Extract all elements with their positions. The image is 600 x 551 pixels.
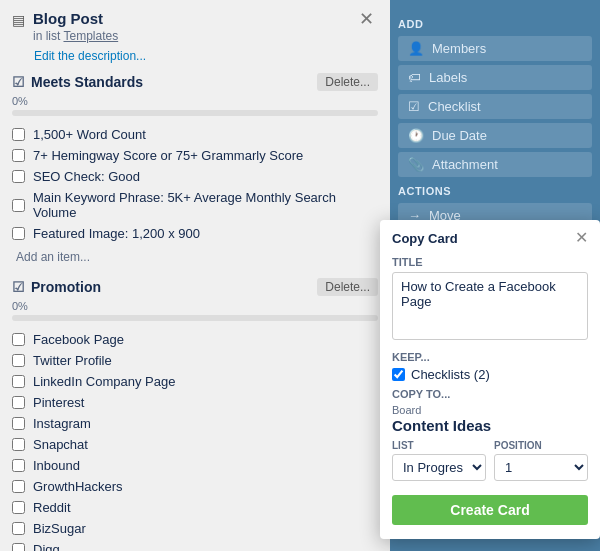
checklist-check-icon: ☑ (12, 74, 25, 90)
checklist-item-label: 7+ Hemingway Score or 75+ Grammarly Scor… (33, 148, 303, 163)
checklist-item: Twitter Profile (12, 350, 378, 371)
title-label: Title (392, 256, 588, 268)
actions-section-title: Actions (398, 185, 592, 197)
checklist-item: Reddit (12, 497, 378, 518)
checklist-checkbox-5[interactable] (12, 438, 25, 451)
checklist-icon: ☑ (408, 99, 420, 114)
attachment-icon: 📎 (408, 157, 424, 172)
position-label: Position (494, 440, 588, 451)
sidebar-add-checklist[interactable]: ☑Checklist (398, 94, 592, 119)
checklist-item: BizSugar (12, 518, 378, 539)
card-header: ▤ Blog Post in list Templates ✕ (12, 10, 378, 43)
popup-title: Copy Card (392, 231, 458, 246)
list-col: List In Progress (392, 440, 486, 481)
checklist-checkbox-2[interactable] (12, 375, 25, 388)
sidebar-add-labels[interactable]: 🏷Labels (398, 65, 592, 90)
checklist-item: GrowthHackers (12, 476, 378, 497)
checklist-item: 1,500+ Word Count (12, 124, 378, 145)
checklist-item: Inbound (12, 455, 378, 476)
position-col: Position 1 (494, 440, 588, 481)
sidebar-btn-label: Checklist (428, 99, 481, 114)
keep-checkbox-checklists[interactable] (392, 368, 405, 381)
checklist-item-label: SEO Check: Good (33, 169, 140, 184)
checklist-item: Instagram (12, 413, 378, 434)
progress-bar (12, 315, 378, 321)
add-item-button-meets-standards[interactable]: Add an item... (12, 248, 94, 266)
checklist-item-label: GrowthHackers (33, 479, 123, 494)
checklists-container: ☑Meets StandardsDelete...0%1,500+ Word C… (12, 73, 378, 551)
checklist-checkbox-8[interactable] (12, 501, 25, 514)
sidebar-btn-label: Due Date (432, 128, 487, 143)
checklist-checkbox-1[interactable] (12, 354, 25, 367)
list-select[interactable]: In Progress (392, 454, 486, 481)
sidebar-add-members[interactable]: 👤Members (398, 36, 592, 61)
checklist-checkbox-3[interactable] (12, 199, 25, 212)
checklist-item-label: Instagram (33, 416, 91, 431)
copy-title-input[interactable]: How to Create a Facebook Page (392, 272, 588, 340)
due-date-icon: 🕐 (408, 128, 424, 143)
checklist-checkbox-10[interactable] (12, 543, 25, 551)
checklist-checkbox-0[interactable] (12, 333, 25, 346)
checklist-title: Meets Standards (31, 74, 143, 90)
keep-section: Keep... Checklists (2) (392, 351, 588, 382)
checklist-item-label: BizSugar (33, 521, 86, 536)
checklist-item: LinkedIn Company Page (12, 371, 378, 392)
checklist-item-label: Digg (33, 542, 60, 551)
checklist-check-icon: ☑ (12, 279, 25, 295)
checklist-item-label: Snapchat (33, 437, 88, 452)
card-title: Blog Post (33, 10, 355, 27)
checklist-item-label: LinkedIn Company Page (33, 374, 175, 389)
checklist-promotion: ☑PromotionDelete...0%Facebook PageTwitte… (12, 278, 378, 551)
labels-icon: 🏷 (408, 70, 421, 85)
checklist-item-label: Inbound (33, 458, 80, 473)
progress-label: 0% (12, 300, 378, 312)
checklist-item: Main Keyword Phrase: 5K+ Average Monthly… (12, 187, 378, 223)
checklist-checkbox-1[interactable] (12, 149, 25, 162)
checklist-item: Snapchat (12, 434, 378, 455)
position-select[interactable]: 1 (494, 454, 588, 481)
sidebar-btn-label: Attachment (432, 157, 498, 172)
checklist-checkbox-6[interactable] (12, 459, 25, 472)
checklist-item-label: Facebook Page (33, 332, 124, 347)
keep-label-checklists: Checklists (2) (411, 367, 490, 382)
popup-close-button[interactable]: ✕ (575, 230, 588, 246)
create-card-button[interactable]: Create Card (392, 495, 588, 525)
keep-item-checklists: Checklists (2) (392, 367, 588, 382)
delete-checklist-promotion[interactable]: Delete... (317, 278, 378, 296)
checklist-item: 7+ Hemingway Score or 75+ Grammarly Scor… (12, 145, 378, 166)
checklist-item-label: Twitter Profile (33, 353, 112, 368)
checklist-checkbox-3[interactable] (12, 396, 25, 409)
checklist-item: Pinterest (12, 392, 378, 413)
list-position-row: List In Progress Position 1 (392, 440, 588, 481)
checklist-checkbox-4[interactable] (12, 227, 25, 240)
checklist-checkbox-4[interactable] (12, 417, 25, 430)
close-button[interactable]: ✕ (355, 10, 378, 28)
progress-label: 0% (12, 95, 378, 107)
popup-header: Copy Card ✕ (392, 230, 588, 246)
checklist-checkbox-0[interactable] (12, 128, 25, 141)
checklist-checkbox-2[interactable] (12, 170, 25, 183)
checklist-item-label: Pinterest (33, 395, 84, 410)
checklist-checkbox-9[interactable] (12, 522, 25, 535)
delete-checklist-meets-standards[interactable]: Delete... (317, 73, 378, 91)
board-name: Content Ideas (392, 417, 588, 434)
card-panel: ▤ Blog Post in list Templates ✕ Edit the… (0, 0, 390, 551)
copy-to-label: Copy to... (392, 388, 588, 400)
sidebar-add-attachment[interactable]: 📎Attachment (398, 152, 592, 177)
checklist-title: Promotion (31, 279, 101, 295)
checklist-item-label: Featured Image: 1,200 x 900 (33, 226, 200, 241)
checklist-item: SEO Check: Good (12, 166, 378, 187)
sidebar-add-due-date[interactable]: 🕐Due Date (398, 123, 592, 148)
checklist-item-label: 1,500+ Word Count (33, 127, 146, 142)
checklist-item: Digg (12, 539, 378, 551)
checklist-item: Featured Image: 1,200 x 900 (12, 223, 378, 244)
copy-to-section: Copy to... Board Content Ideas List In P… (392, 388, 588, 481)
card-list-link[interactable]: Templates (63, 29, 118, 43)
edit-description-link[interactable]: Edit the description... (34, 49, 378, 63)
list-label: List (392, 440, 486, 451)
add-buttons: 👤Members🏷Labels☑Checklist🕐Due Date📎Attac… (398, 36, 592, 177)
sidebar-btn-label: Labels (429, 70, 467, 85)
checklist-checkbox-7[interactable] (12, 480, 25, 493)
checklist-item-label: Main Keyword Phrase: 5K+ Average Monthly… (33, 190, 378, 220)
copy-card-popup: Copy Card ✕ Title How to Create a Facebo… (380, 220, 600, 539)
